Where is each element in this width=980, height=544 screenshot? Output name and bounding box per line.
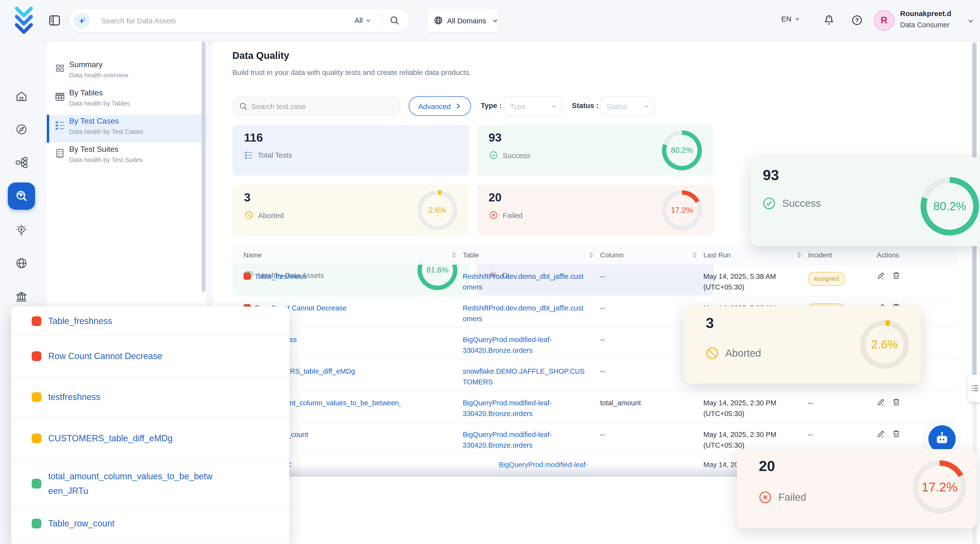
edit-icon[interactable] <box>877 271 886 280</box>
page-subtitle: Build trust in your data with quality te… <box>232 68 471 76</box>
help-icon[interactable]: ? <box>851 14 863 26</box>
callout-failed: 20 Failed 17.2% <box>737 449 977 528</box>
card-failed[interactable]: 20 Failed 17.2% <box>477 185 714 236</box>
slash-circle-icon <box>705 346 719 360</box>
sidebar-collapse-icon[interactable] <box>48 14 61 27</box>
card-label: Success <box>503 151 530 159</box>
user-avatar[interactable]: R <box>874 10 894 31</box>
card-label: Failed <box>503 211 523 219</box>
callout-success: 93 Success 80.2% <box>751 157 980 246</box>
status-square-failed <box>243 273 251 280</box>
callout-aborted: 3 Aborted 2.6% <box>683 306 921 384</box>
all-domains-button[interactable]: All Domains <box>427 8 499 33</box>
column-value: -- <box>600 265 703 282</box>
sidebar-item-by-test-cases[interactable]: By Test Cases Data health by Test Cases <box>47 115 207 143</box>
checklist-icon <box>244 151 253 160</box>
chevron-down-icon <box>492 17 498 24</box>
search-scope-dropdown[interactable]: All <box>355 16 371 24</box>
col-header-table: Table <box>463 251 479 259</box>
list-item[interactable]: testfreshness <box>11 377 290 418</box>
user-menu-chevron-icon[interactable] <box>967 17 974 24</box>
list-item[interactable]: total_amount_column_values_to_be_between… <box>11 459 290 509</box>
globe-icon <box>433 16 443 25</box>
nav-governance-icon[interactable] <box>11 286 32 308</box>
chevron-down-icon <box>643 103 649 109</box>
nav-lineage-icon[interactable] <box>11 152 32 173</box>
list-item[interactable]: Row Count Cannot Decrease <box>11 336 290 377</box>
card-label: Total Tests <box>258 151 292 159</box>
test-case-search-input[interactable] <box>251 97 393 115</box>
sort-icon[interactable] <box>589 252 593 258</box>
ai-sparkle-icon[interactable] <box>73 13 90 29</box>
delete-icon[interactable] <box>892 271 900 280</box>
check-circle-icon <box>488 151 498 160</box>
nav-insights-icon[interactable] <box>11 219 32 241</box>
table-link[interactable]: BigQueryProd.modified-leaf-330420.Bronze… <box>463 429 585 450</box>
slash-circle-icon <box>244 210 254 220</box>
delete-icon[interactable] <box>892 398 900 406</box>
sidebar-item-summary[interactable]: Summary Data health overview <box>47 59 207 86</box>
checklist-icon <box>54 120 65 130</box>
check-circle-icon <box>762 196 776 211</box>
x-circle-icon <box>758 490 773 504</box>
type-filter-select[interactable]: Type <box>504 96 562 116</box>
type-filter-label: Type : <box>481 101 502 109</box>
table-link[interactable]: RedshiftProd.dev.demo_dbt_jaffle.custome… <box>463 303 585 324</box>
test-case-link[interactable]: Table_freshness <box>255 271 306 282</box>
list-item[interactable]: Table_row_count <box>11 509 290 539</box>
col-header-incident: Incident <box>808 251 832 259</box>
table-link[interactable]: RedshiftProd.dev.demo_dbt_jaffle.custome… <box>463 271 585 292</box>
callout-test-name-list: Table_freshness Row Count Cannot Decreas… <box>11 306 290 544</box>
card-total-tests[interactable]: 116 Total Tests <box>232 125 469 176</box>
table-link[interactable]: BigQueryProd.modified-leaf-330420.Bronze… <box>463 334 585 356</box>
divider <box>382 14 383 28</box>
status-filter-select[interactable]: Status <box>600 96 655 116</box>
status-square-aborted <box>32 433 41 443</box>
divider <box>95 14 96 28</box>
nav-explore-icon[interactable] <box>11 119 32 140</box>
table-icon <box>54 92 65 102</box>
search-icon <box>239 102 248 111</box>
sort-icon[interactable] <box>452 252 456 258</box>
card-aborted[interactable]: 3 Aborted 2.6% <box>232 185 469 236</box>
advanced-filter-button[interactable]: Advanced <box>409 96 471 116</box>
notifications-bell-icon[interactable] <box>823 14 835 27</box>
list-item[interactable]: Table_freshness <box>11 306 290 336</box>
table-link[interactable]: snowflake.DEMO.JAFFLE_SHOP.CUSTOMERS <box>463 366 585 387</box>
delete-icon[interactable] <box>892 429 900 438</box>
list-item[interactable]: CUSTOMERS_table_diff_eMDg <box>11 418 290 459</box>
language-selector[interactable]: EN <box>781 14 800 23</box>
global-search-input[interactable] <box>101 9 345 32</box>
status-filter-label: Status : <box>572 101 599 109</box>
incident-status-badge[interactable]: Assigned <box>808 272 845 285</box>
table-row: Table_freshness RedshiftProd.dev.demo_db… <box>232 265 958 296</box>
col-header-column: Column <box>600 251 624 259</box>
status-square-failed <box>32 351 41 361</box>
sidebar-item-by-tables[interactable]: By Tables Data health by Tables <box>47 87 207 114</box>
card-success[interactable]: 93 Success 80.2% <box>477 125 714 176</box>
table-link[interactable]: BigQueryProd.modified-leaf-330420.Bronze… <box>463 398 585 419</box>
app-logo-icon[interactable] <box>13 6 35 35</box>
page-title: Data Quality <box>232 50 289 61</box>
sidebar-item-by-test-suites[interactable]: By Test Suites Data health by Test Suite… <box>47 143 207 171</box>
table-header-row: Name Table Column Last Run Incident Acti… <box>232 245 958 265</box>
legend-icon <box>971 384 979 392</box>
top-navbar: All All Domains EN <box>0 0 980 41</box>
incident-value: -- <box>808 391 877 408</box>
nav-domains-icon[interactable] <box>11 252 32 274</box>
summary-grid-icon <box>54 63 65 74</box>
card-label: Aborted <box>258 211 284 219</box>
nav-home-icon[interactable] <box>11 86 32 107</box>
edit-icon[interactable] <box>877 398 886 406</box>
chatbot-fab[interactable] <box>928 425 956 452</box>
user-role: Data Consumer <box>900 21 950 29</box>
x-circle-icon <box>488 210 498 220</box>
search-icon[interactable] <box>390 16 400 26</box>
sort-icon[interactable] <box>693 252 697 258</box>
chevron-down-icon <box>794 16 800 22</box>
nav-observability-icon-active[interactable] <box>8 182 35 210</box>
side-panel-toggle-button[interactable] <box>968 375 980 402</box>
sidebar-scrollbar[interactable] <box>202 41 205 292</box>
edit-icon[interactable] <box>877 429 886 438</box>
sort-icon[interactable] <box>797 252 801 258</box>
